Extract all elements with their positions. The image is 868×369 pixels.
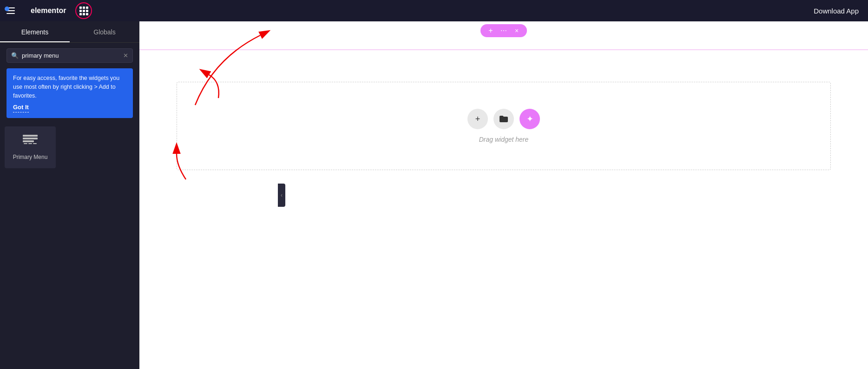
section-toolbar: + ⋯ × xyxy=(480,24,527,37)
section-divider xyxy=(139,49,868,50)
widgets-area: Primary Menu xyxy=(0,124,139,171)
search-box: 🔍 ✕ xyxy=(7,48,133,63)
drag-widget-text: Drag widget here xyxy=(479,136,529,143)
drop-zone: + ✦ Drag widget here xyxy=(177,82,831,170)
main-layout: Elements Globals 🔍 ✕ For easy access, fa… xyxy=(0,21,868,369)
collapse-handle[interactable]: ‹ xyxy=(278,184,285,207)
download-app-label: Download App xyxy=(814,7,859,15)
sidebar-tabs: Elements Globals xyxy=(0,21,139,43)
search-icon: 🔍 xyxy=(11,52,19,59)
svg-rect-4 xyxy=(28,143,32,144)
svg-rect-1 xyxy=(23,138,38,139)
svg-rect-5 xyxy=(33,143,37,144)
svg-rect-3 xyxy=(24,143,27,144)
sidebar: Elements Globals 🔍 ✕ For easy access, fa… xyxy=(0,21,139,369)
widget-label: Primary Menu xyxy=(13,154,48,160)
add-widget-button[interactable]: + xyxy=(467,109,488,129)
tab-globals[interactable]: Globals xyxy=(70,21,139,42)
download-app-link[interactable]: Download App xyxy=(814,7,868,15)
canvas-area[interactable]: + ⋯ × + ✦ xyxy=(139,21,868,369)
drop-zone-buttons: + ✦ xyxy=(467,109,540,129)
info-banner: For easy access, favorite the widgets yo… xyxy=(7,68,133,118)
tab-globals-label: Globals xyxy=(93,28,115,36)
search-input[interactable] xyxy=(7,48,133,63)
grid-icon xyxy=(79,7,88,15)
grid-button[interactable] xyxy=(75,2,92,19)
section-add-button[interactable]: + xyxy=(486,26,495,35)
arrows-overlay xyxy=(139,21,868,369)
primary-menu-icon xyxy=(22,134,39,150)
top-bar: elementor Download App xyxy=(0,0,868,21)
elementor-logo: elementor xyxy=(21,7,75,15)
hamburger-button[interactable] xyxy=(0,0,21,21)
canvas-inner: + ⋯ × + ✦ xyxy=(139,21,868,369)
section-drag-button[interactable]: ⋯ xyxy=(499,26,508,35)
search-clear-button[interactable]: ✕ xyxy=(123,52,128,59)
top-bar-left: elementor xyxy=(0,0,96,21)
info-banner-text: For easy access, favorite the widgets yo… xyxy=(13,75,119,99)
section-close-button[interactable]: × xyxy=(512,26,521,35)
status-dot xyxy=(5,7,9,11)
tab-elements-label: Elements xyxy=(21,28,48,36)
tab-elements[interactable]: Elements xyxy=(0,21,70,42)
magic-button[interactable]: ✦ xyxy=(519,109,540,129)
got-it-button[interactable]: Got It xyxy=(13,103,29,112)
svg-rect-0 xyxy=(23,135,38,137)
folder-button[interactable] xyxy=(493,109,514,129)
widget-primary-menu[interactable]: Primary Menu xyxy=(5,126,56,168)
svg-rect-2 xyxy=(23,140,34,142)
